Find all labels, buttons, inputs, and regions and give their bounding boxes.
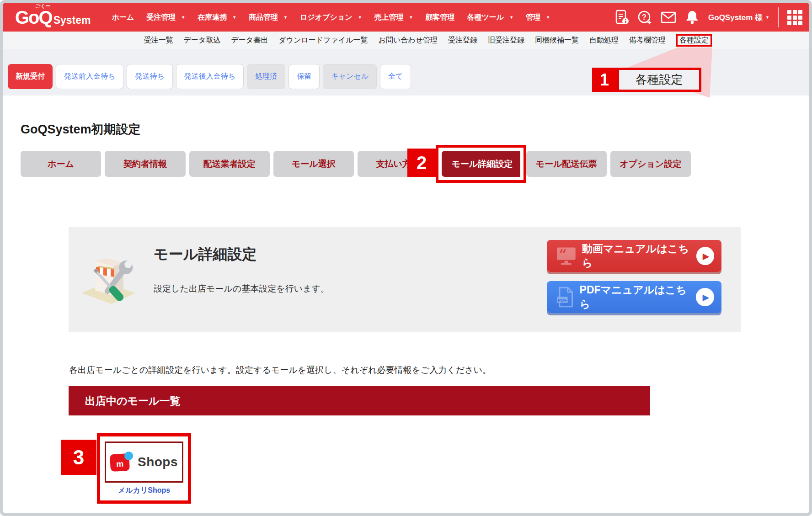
mercari-blue-dot bbox=[124, 452, 133, 460]
settings-tab-option-settings[interactable]: オプション設定 bbox=[610, 151, 691, 177]
video-manual-button[interactable]: 動画マニュアルはこちら bbox=[547, 240, 721, 272]
callout-3-frame: m Shops メルカリShops bbox=[97, 433, 191, 504]
settings-tab-home[interactable]: ホーム bbox=[21, 151, 101, 177]
mercari-logo-icon: m bbox=[110, 452, 133, 473]
mall-settings-intro-text: 各出店モールごとの詳細設定を行います。設定するモールを選択し、それぞれ必要情報を… bbox=[69, 364, 491, 376]
video-manual-label: 動画マニュアルはこちら bbox=[582, 242, 696, 270]
settings-tab-mall-shipping-slip[interactable]: モール配送伝票 bbox=[526, 151, 607, 177]
mercari-shops-link-label[interactable]: メルカリShops bbox=[118, 486, 170, 495]
nav-tools[interactable]: 各種ツール bbox=[467, 13, 513, 22]
subnav-remarks-management[interactable]: 備考欄管理 bbox=[629, 36, 666, 45]
tab-awaiting-shipment[interactable]: 発送待ち bbox=[127, 64, 172, 89]
subnav-download-files[interactable]: ダウンロードファイル一覧 bbox=[278, 36, 368, 45]
document-info-icon[interactable] bbox=[615, 10, 629, 25]
header-divider bbox=[778, 7, 779, 27]
subnav-old-order-register[interactable]: 旧受注登録 bbox=[488, 36, 524, 45]
logo-sub-text: System bbox=[53, 14, 91, 27]
subnav-data-export[interactable]: データ書出 bbox=[231, 36, 268, 45]
header-utilities: ? GoQSystem 様 bbox=[615, 7, 802, 27]
nav-product-management[interactable]: 商品管理 bbox=[249, 13, 288, 22]
logo-furigana: ごくー bbox=[35, 3, 51, 10]
help-icon[interactable]: ? bbox=[637, 10, 652, 25]
nav-home[interactable]: ホーム bbox=[112, 13, 134, 22]
subnav-order-list[interactable]: 受注一覧 bbox=[144, 36, 173, 45]
callout-2-number: 2 bbox=[407, 149, 436, 177]
play-icon bbox=[696, 247, 714, 265]
subnav-bundle-candidates[interactable]: 同梱候補一覧 bbox=[535, 36, 579, 45]
callout-1-number: 1 bbox=[592, 68, 617, 92]
nav-stock-link[interactable]: 在庫連携 bbox=[198, 13, 236, 22]
subnav-settings-highlighted[interactable]: 各種設定 bbox=[676, 34, 712, 47]
tab-all[interactable]: 全て bbox=[380, 64, 411, 89]
bell-icon[interactable] bbox=[685, 10, 700, 25]
settings-tab-mall-selection[interactable]: モール選択 bbox=[273, 151, 354, 177]
account-menu[interactable]: GoQSystem 様 bbox=[708, 12, 769, 23]
tab-on-hold[interactable]: 保留 bbox=[288, 64, 320, 89]
page-title: GoQSystem初期設定 bbox=[21, 121, 141, 138]
tab-awaiting-payment-preship[interactable]: 発送前入金待ち bbox=[56, 64, 123, 89]
mail-icon[interactable] bbox=[661, 11, 676, 24]
nav-sales-management[interactable]: 売上管理 bbox=[374, 13, 413, 22]
app-grid-icon[interactable] bbox=[787, 10, 802, 25]
nav-admin[interactable]: 管理 bbox=[526, 13, 550, 22]
tab-awaiting-payment-postship[interactable]: 発送後入金待ち bbox=[176, 64, 244, 89]
tab-processed[interactable]: 処理済 bbox=[247, 64, 285, 89]
svg-text:PDF: PDF bbox=[558, 298, 567, 303]
nav-logi-option[interactable]: ロジオプション bbox=[300, 13, 362, 22]
main-nav: ホーム 受注管理 在庫連携 商品管理 ロジオプション 売上管理 顧客管理 各種ツ… bbox=[112, 13, 550, 22]
app-window: ごくー GoQ System ホーム 受注管理 在庫連携 商品管理 ロジオプショ… bbox=[0, 0, 812, 516]
nav-customer-management[interactable]: 顧客管理 bbox=[425, 13, 454, 22]
callout-3-number: 3 bbox=[61, 440, 96, 475]
subnav-inquiry-management[interactable]: お問い合わせ管理 bbox=[379, 36, 438, 45]
pdf-manual-button[interactable]: PDF PDFマニュアルはこちら bbox=[547, 281, 721, 313]
nav-order-management[interactable]: 受注管理 bbox=[146, 13, 185, 22]
top-header-bar: ごくー GoQ System ホーム 受注管理 在庫連携 商品管理 ロジオプショ… bbox=[3, 3, 809, 32]
settings-tab-mall-detail-active[interactable]: モール詳細設定 bbox=[442, 151, 522, 177]
mall-detail-panel: モール詳細設定 設定した出店モールの基本設定を行います。 動画マニュアルはこちら… bbox=[69, 227, 741, 332]
svg-text:?: ? bbox=[642, 13, 646, 21]
shop-tools-icon bbox=[77, 237, 139, 313]
subnav-data-import[interactable]: データ取込 bbox=[184, 36, 221, 45]
callout-1-settings-button[interactable]: 各種設定 bbox=[617, 68, 701, 92]
active-malls-banner: 出店中のモール一覧 bbox=[69, 386, 650, 415]
settings-tab-contractor-info[interactable]: 契約者情報 bbox=[105, 151, 185, 177]
logo-main-text: GoQ bbox=[15, 8, 52, 27]
subnav-auto-process[interactable]: 自動処理 bbox=[589, 36, 619, 45]
pdf-file-icon: PDF bbox=[556, 287, 574, 308]
settings-tab-carrier-setup[interactable]: 配送業者設定 bbox=[189, 151, 270, 177]
panel-description: 設定した出店モールの基本設定を行います。 bbox=[154, 283, 329, 295]
settings-tab-bar: ホーム 契約者情報 配送業者設定 モール選択 支払い方法 モール詳細設定 モール… bbox=[21, 151, 691, 177]
monitor-icon bbox=[556, 246, 577, 266]
goq-logo[interactable]: ごくー GoQ System bbox=[15, 8, 91, 27]
mercari-shops-tile[interactable]: m Shops bbox=[105, 442, 183, 483]
tab-cancelled[interactable]: キャンセル bbox=[323, 64, 377, 89]
tab-new-orders[interactable]: 新規受付 bbox=[8, 64, 53, 89]
play-icon bbox=[696, 288, 714, 306]
panel-title: モール詳細設定 bbox=[154, 245, 257, 265]
mercari-shops-wordmark: Shops bbox=[138, 455, 178, 469]
subnav-order-register[interactable]: 受注登録 bbox=[448, 36, 477, 45]
pdf-manual-label: PDFマニュアルはこちら bbox=[580, 283, 696, 311]
